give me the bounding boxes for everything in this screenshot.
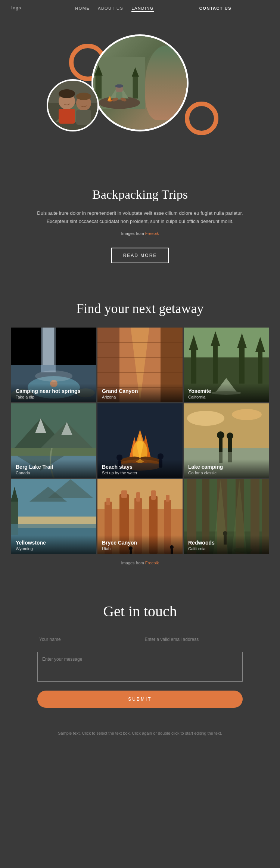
- hero-section: [0, 16, 280, 173]
- svg-rect-50: [213, 342, 218, 384]
- hero-main-photo: [93, 36, 187, 130]
- logo[interactable]: logo: [11, 5, 21, 11]
- svg-rect-110: [136, 492, 140, 502]
- grid-item-bryce[interactable]: Bryce Canyon Utah: [97, 479, 183, 554]
- getaway-title: Find your next getaway: [11, 301, 269, 316]
- svg-rect-11: [116, 84, 122, 87]
- svg-rect-114: [166, 495, 169, 502]
- grid-item-yosemite[interactable]: Yosemite California: [184, 328, 269, 402]
- svg-point-22: [59, 89, 75, 98]
- svg-point-90: [227, 433, 233, 439]
- freepik-credit: Images from Freepik: [30, 230, 250, 237]
- svg-point-23: [76, 93, 91, 100]
- overlay-lake-camping: Lake camping Go for a classic: [184, 459, 269, 478]
- svg-rect-108: [121, 490, 127, 498]
- destination-grid: Camping near hot springs Take a dip: [11, 328, 269, 554]
- hero-small-image: [47, 79, 99, 131]
- grid-item-lake-camping[interactable]: Lake camping Go for a classic: [184, 403, 269, 478]
- message-textarea[interactable]: [37, 652, 243, 682]
- svg-point-35: [35, 371, 72, 382]
- read-more-button[interactable]: READ MORE: [111, 248, 169, 263]
- overlay-bryce: Bryce Canyon Utah: [97, 535, 183, 554]
- svg-rect-47: [184, 328, 269, 357]
- nav-links: HOME ABOUT US LANDING CONTACT US: [75, 4, 269, 11]
- name-input[interactable]: [37, 633, 137, 646]
- hero-shapes: [47, 27, 233, 154]
- overlay-yosemite: Yosemite California: [184, 384, 269, 402]
- backpacking-title: Backpacking Trips: [30, 187, 250, 202]
- overlay-beach: Beach stays Set up by the water: [97, 459, 183, 478]
- svg-rect-52: [239, 344, 245, 384]
- getaway-section: Find your next getaway: [0, 282, 280, 584]
- email-input[interactable]: [143, 633, 243, 646]
- grid-item-redwoods[interactable]: Redwoods California: [184, 479, 269, 554]
- grid-item-yellowstone[interactable]: Yellowstone Wyoming: [11, 479, 96, 554]
- hero-main-image: [91, 34, 189, 131]
- svg-point-83: [187, 411, 224, 426]
- svg-rect-25: [76, 110, 91, 125]
- svg-rect-54: [258, 348, 262, 384]
- overlay-redwoods: Redwoods California: [184, 535, 269, 554]
- footer-note: Sample text. Click to select the text bo…: [0, 723, 280, 748]
- grid-item-beach[interactable]: Beach stays Set up by the water: [97, 403, 183, 478]
- overlay-yellowstone: Yellowstone Wyoming: [11, 535, 96, 554]
- contact-section: Get in touch SUBMIT: [0, 584, 280, 723]
- grid-item-grand-canyon[interactable]: Grand Canyon Arizona: [97, 328, 183, 402]
- grid-item-berg-lake[interactable]: Berg Lake Trail Canada: [11, 403, 96, 478]
- getaway-freepik-link[interactable]: Freepik: [145, 561, 159, 565]
- backpacking-section: Backpacking Trips Duis aute irure dolor …: [0, 173, 280, 282]
- overlay-grand-canyon: Grand Canyon Arizona: [97, 384, 183, 402]
- svg-rect-106: [106, 498, 110, 505]
- svg-rect-89: [228, 438, 232, 452]
- nav-landing[interactable]: LANDING: [131, 6, 153, 12]
- svg-rect-112: [151, 490, 156, 500]
- svg-point-84: [232, 409, 262, 420]
- form-name-email-row: [37, 633, 243, 646]
- submit-button[interactable]: SUBMIT: [37, 691, 243, 708]
- navigation: logo HOME ABOUT US LANDING CONTACT US: [0, 0, 280, 16]
- grid-item-hot-springs[interactable]: Camping near hot springs Take a dip: [11, 328, 96, 402]
- contact-title: Get in touch: [37, 602, 243, 620]
- overlay-berg-lake: Berg Lake Trail Canada: [11, 459, 96, 478]
- getaway-freepik-note: Images from Freepik: [11, 555, 269, 576]
- svg-rect-65: [11, 448, 96, 456]
- svg-rect-48: [191, 346, 196, 384]
- freepik-link[interactable]: Freepik: [145, 231, 159, 236]
- svg-rect-82: [184, 403, 269, 448]
- svg-rect-87: [219, 437, 223, 452]
- nav-home[interactable]: HOME: [75, 6, 90, 10]
- svg-rect-24: [59, 109, 75, 124]
- overlay-hot-springs: Camping near hot springs Take a dip: [11, 384, 96, 402]
- svg-point-79: [158, 453, 164, 459]
- backpacking-description: Duis aute irure dolor in reprehenderit i…: [30, 209, 250, 226]
- svg-rect-3: [133, 76, 138, 99]
- nav-about[interactable]: ABOUT US: [98, 6, 123, 10]
- svg-rect-30: [43, 328, 54, 365]
- orange-ring-right: [185, 102, 218, 135]
- svg-point-88: [217, 431, 224, 439]
